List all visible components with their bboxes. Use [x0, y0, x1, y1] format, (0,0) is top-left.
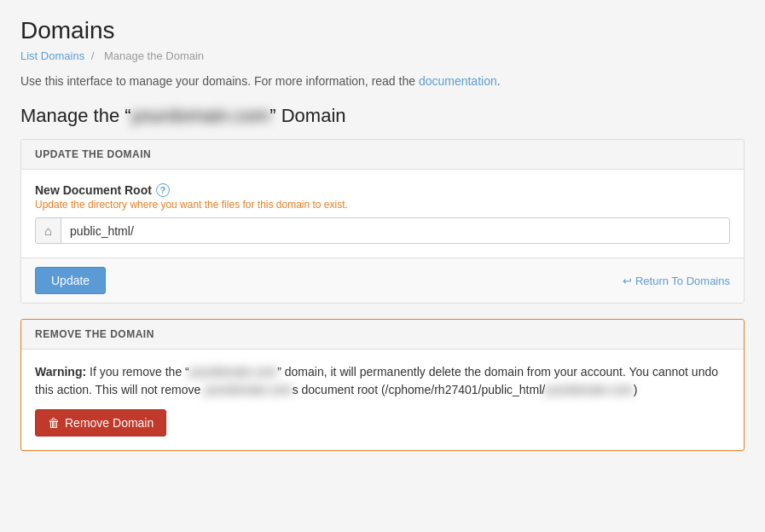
page-title: Domains	[20, 17, 745, 44]
return-to-domains-link[interactable]: ↩ Return To Domains	[623, 275, 730, 287]
update-panel-header: UPDATE THE DOMAIN	[21, 140, 744, 170]
return-label: Return To Domains	[635, 275, 730, 287]
breadcrumb-parent-link[interactable]: List Domains	[20, 49, 84, 62]
update-panel-body: New Document Root ? Update the directory…	[21, 170, 744, 257]
trash-icon: 🗑	[48, 416, 60, 430]
remove-panel-header: REMOVE THE DOMAIN	[21, 320, 744, 350]
manage-domain-heading: Manage the “yourdomain.com” Domain	[20, 105, 745, 127]
field-hint: Update the directory where you want the …	[35, 199, 730, 211]
breadcrumb: List Domains / Manage the Domain	[20, 49, 745, 62]
help-icon[interactable]: ?	[156, 183, 170, 197]
update-domain-panel: UPDATE THE DOMAIN New Document Root ? Up…	[20, 139, 745, 304]
update-button[interactable]: Update	[35, 267, 106, 294]
remove-domain-panel: REMOVE THE DOMAIN Warning: If you remove…	[20, 319, 745, 451]
domain-root-blurred: yourdomain.com	[545, 381, 634, 399]
home-icon: ⌂	[36, 218, 61, 243]
remove-domain-label: Remove Domain	[65, 416, 154, 430]
remove-domain-button[interactable]: 🗑 Remove Domain	[35, 409, 166, 437]
documentation-link[interactable]: documentation	[419, 74, 497, 88]
remove-panel-body: Warning: If you remove the “yourdomain.c…	[21, 350, 744, 450]
document-root-input[interactable]	[61, 218, 729, 243]
info-text: Use this interface to manage your domain…	[20, 74, 745, 88]
breadcrumb-current: Manage the Domain	[104, 49, 204, 62]
update-panel-footer: Update ↩ Return To Domains	[21, 257, 744, 303]
domain-name-blurred-remove: yourdomain.com	[189, 363, 278, 381]
breadcrumb-separator: /	[91, 49, 95, 62]
document-root-input-group: ⌂	[35, 217, 730, 244]
return-arrow-icon: ↩	[623, 275, 632, 287]
document-root-label: New Document Root ?	[35, 183, 730, 197]
remove-warning-text: Warning: If you remove the “yourdomain.c…	[35, 363, 730, 399]
domain-name-blurred: yourdomain.com	[131, 105, 270, 127]
warning-bold: Warning:	[35, 365, 86, 379]
domain-doc-blurred: yourdomain.com	[204, 381, 293, 399]
